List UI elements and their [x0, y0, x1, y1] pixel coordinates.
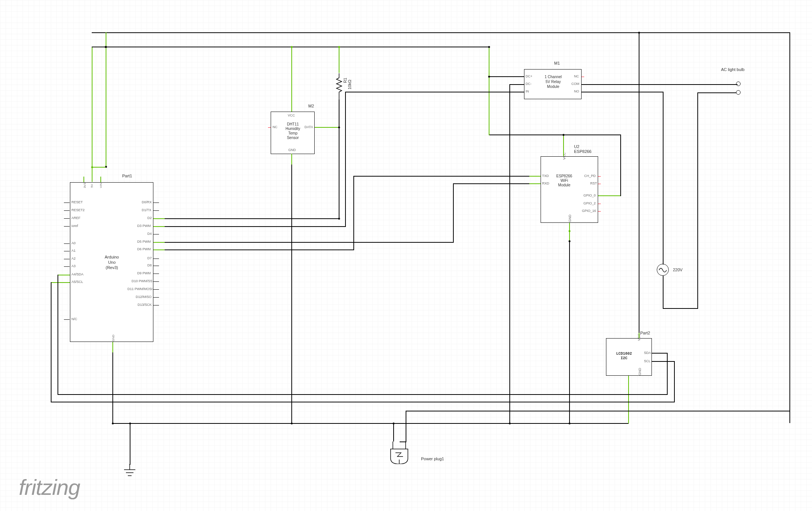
esp-rxd: RXD — [542, 181, 549, 185]
esp-chpd: CH_PD — [584, 174, 596, 178]
wire — [697, 92, 698, 309]
wire — [112, 342, 113, 353]
wire — [83, 177, 84, 182]
pin-d0: D0/RX — [142, 200, 152, 204]
r1-ref: R1 — [343, 78, 347, 83]
relay-no: NO — [574, 89, 579, 93]
wire — [789, 32, 790, 423]
pin-a2: A2 — [71, 257, 76, 260]
pin-d4: D4 — [147, 232, 152, 236]
wire — [165, 226, 345, 227]
wire — [51, 282, 70, 283]
wire — [620, 135, 621, 196]
bulb-t2 — [736, 90, 741, 95]
dht-name: DHT11HumidityTempSensor — [280, 122, 306, 140]
arduino-name: ArduinoUno(Rev3) — [94, 254, 130, 270]
wire — [400, 441, 406, 442]
pin-reset: RESET — [71, 200, 83, 204]
wire — [92, 47, 489, 47]
esp-box — [541, 156, 598, 223]
dht-gnd: GND — [286, 148, 298, 152]
wire — [667, 353, 668, 395]
wire — [489, 32, 639, 33]
wire — [353, 176, 529, 177]
power-label: Power plug1 — [421, 457, 444, 461]
pin-d3: D3 PWM — [137, 224, 151, 228]
wire — [165, 242, 453, 243]
pin-d2: D2 — [147, 216, 152, 220]
wire — [165, 249, 353, 250]
fritzing-logo: fritzing — [19, 475, 80, 500]
wire — [339, 100, 339, 219]
lcd-scl: SCL — [644, 359, 651, 363]
bulb-label: AC light bulb — [721, 67, 744, 72]
relay-name: 1 Channel5V RelayModule — [535, 74, 571, 89]
esp-gpio0: GPIO_0 — [583, 194, 596, 197]
pin-ioref: ioref — [71, 224, 78, 228]
wire — [92, 47, 92, 182]
wire — [489, 76, 524, 77]
wire — [674, 361, 675, 402]
wire — [509, 84, 510, 423]
wire — [509, 84, 524, 85]
wire — [112, 352, 113, 424]
wire — [489, 135, 564, 135]
pin-vin: VIN — [99, 183, 103, 188]
relay-dcp: DC+ — [526, 74, 532, 78]
wire — [58, 275, 58, 395]
pin-d6: D6 PWM — [137, 247, 151, 251]
relay-in: IN — [526, 89, 529, 93]
esp-txd: TXD — [542, 174, 549, 178]
wire — [598, 195, 621, 196]
wire — [453, 183, 530, 184]
wire — [697, 92, 736, 93]
pin-d10: D10 PWM/SS — [132, 279, 153, 283]
wire — [652, 353, 667, 354]
wire — [529, 183, 541, 184]
pin-a0: A0 — [71, 241, 76, 245]
wire — [165, 218, 339, 219]
pin-a1: A1 — [71, 249, 76, 252]
dht-data: DATA — [304, 125, 313, 129]
pin-d8: D8 — [147, 263, 152, 267]
esp-name: ESP8266WiFiModule — [551, 174, 577, 187]
esp-sub: ESP8266 — [574, 149, 591, 154]
r1-val: 10kΩ — [347, 80, 352, 89]
wire — [582, 84, 738, 85]
wire — [563, 135, 564, 156]
pin-d11: D11 PWM/MOSI — [127, 287, 153, 291]
ground-symbol — [122, 464, 137, 479]
pin-d12: D12/MISO — [136, 295, 151, 299]
wire — [291, 154, 292, 165]
wire — [291, 47, 292, 112]
wire — [393, 423, 394, 441]
wire — [339, 47, 339, 73]
pin-d9: D9 PWM — [137, 271, 151, 275]
wire — [130, 423, 130, 465]
wire — [639, 32, 790, 33]
pin-d13: D13/SCK — [138, 303, 152, 307]
wire — [51, 402, 674, 402]
pin-aref: AREF — [71, 216, 80, 220]
ac-label: 220V — [673, 268, 683, 272]
wire — [345, 92, 346, 227]
pin-d7: D7 — [147, 256, 152, 260]
wire — [153, 242, 165, 243]
pin-reset2: RESET2 — [71, 208, 85, 212]
wire — [58, 394, 667, 395]
pin-nc: N/C — [71, 317, 77, 321]
relay-com: COM — [571, 82, 579, 86]
wire — [652, 361, 674, 362]
wire — [345, 92, 524, 92]
pin-d5: D5 PWM — [137, 240, 151, 243]
esp-gpio2: GPIO_2 — [583, 201, 596, 205]
dht-vcc: VCC — [286, 113, 297, 117]
wire — [563, 135, 620, 135]
wire — [663, 308, 698, 309]
lcd-gnd: GND — [638, 368, 642, 375]
dht-nc: NC — [273, 125, 277, 129]
wire — [639, 333, 639, 338]
wire — [489, 76, 489, 135]
wire — [663, 92, 664, 265]
wire — [153, 249, 165, 250]
